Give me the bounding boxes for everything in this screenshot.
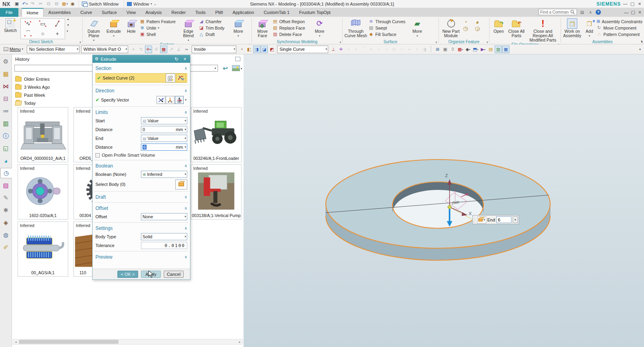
zero-icon[interactable]: 0 xyxy=(449,46,456,53)
menu-button[interactable]: Menu ▾ xyxy=(2,45,25,53)
command-finder-icon[interactable]: ▤ xyxy=(579,9,585,15)
manufacturing-wizards-icon[interactable]: ✱ xyxy=(1,205,11,215)
sketch-tools-scroll[interactable]: ▲▼▾ xyxy=(66,18,70,33)
module-browser-icon[interactable]: ◶ xyxy=(475,26,480,31)
arrow-up-icon[interactable]: ↑ xyxy=(383,46,390,53)
dialog-reset-icon[interactable]: ↻ xyxy=(173,56,180,62)
open-button[interactable]: Open xyxy=(491,18,507,34)
section-header-boolean[interactable]: Boolean∧ xyxy=(95,162,187,170)
circle-tool-icon[interactable]: ○ xyxy=(398,46,405,53)
end-limit-dropdown[interactable]: ▤Value▾ xyxy=(141,135,187,142)
folder-today[interactable]: Today xyxy=(15,99,50,107)
vector-snap-icon[interactable]: ↗ xyxy=(168,46,175,53)
play-icon[interactable]: ▶▾ xyxy=(480,46,487,53)
offset-region-button[interactable]: ▤Offset Region xyxy=(272,19,311,24)
line-tool-icon[interactable]: / xyxy=(345,46,352,53)
reuse-library-icon[interactable]: ▥ xyxy=(1,118,11,129)
scroll-left-icon[interactable]: ◂ xyxy=(13,339,18,344)
preview-image-icon[interactable] xyxy=(232,65,240,71)
add-component-button[interactable]: Add▾ xyxy=(583,18,596,38)
internet-icon[interactable]: ◕ xyxy=(1,156,11,166)
tab-surface[interactable]: Surface xyxy=(97,8,122,17)
rectangle-tool-icon[interactable]: ▭ xyxy=(40,20,45,27)
window-cascade-icon[interactable]: ▦ xyxy=(502,46,509,53)
tab-pmi[interactable]: PMI xyxy=(210,8,228,17)
rotate-selection-icon[interactable]: ↺ xyxy=(153,46,160,53)
fill-surface-button[interactable]: ◆Fill Surface xyxy=(369,32,408,37)
doc-minimize-button[interactable]: — xyxy=(623,9,630,16)
slash-tool-icon[interactable]: / xyxy=(413,46,420,53)
inferred-vector-button[interactable] xyxy=(166,96,174,104)
web-browser-icon[interactable]: ◱ xyxy=(1,143,11,154)
edge-blend-button[interactable]: Edge Blend▾ xyxy=(179,18,198,42)
selection-filter-dropdown[interactable]: No Selection Filter▾ xyxy=(27,46,79,53)
specify-vector-field[interactable]: ✔ Specify Vector ▾ xyxy=(95,95,187,105)
follow-fillet-icon[interactable]: ✛ xyxy=(337,46,345,53)
minimize-button[interactable]: — xyxy=(622,0,629,7)
select-handles-icon[interactable]: ⌖ xyxy=(130,46,137,53)
render-style-icon[interactable]: ⬒▾ xyxy=(472,46,479,53)
swept-button[interactable]: ▨Swept xyxy=(369,25,408,30)
start-distance-input[interactable]: 0mm▾ xyxy=(141,126,187,133)
shaded-icon[interactable]: ◧ xyxy=(246,46,253,53)
snap-point-icon[interactable]: ✛▾ xyxy=(145,46,152,53)
lock-module-icon[interactable]: ◷ xyxy=(463,26,468,31)
tab-assemblies[interactable]: Assemblies xyxy=(44,8,75,17)
history-card[interactable]: Inferred ORD4_00000010_A/A;1 xyxy=(18,107,68,162)
curve-rule-dropdown[interactable]: Single Curve▾ xyxy=(277,46,328,53)
roles-gear-icon[interactable]: ⚙ xyxy=(1,56,11,67)
select-body-button[interactable] xyxy=(175,179,187,189)
history-card[interactable]: Inferred 1602-020a/A;1 xyxy=(18,164,68,219)
panel-maximize-icon[interactable] xyxy=(235,57,240,61)
help-icon[interactable]: ? xyxy=(596,10,601,15)
scrollbar-thumb[interactable] xyxy=(19,340,119,344)
unit-caret-icon[interactable]: ▾ xyxy=(183,128,186,131)
body-type-dropdown[interactable]: Solid▾ xyxy=(141,233,187,240)
line-tool-icon[interactable]: ╱ xyxy=(55,20,59,27)
history-card[interactable]: Inferred 003138/A;1-Vertical Pump xyxy=(191,164,242,219)
snap-mode-dropdown[interactable]: Inside▾ xyxy=(192,46,236,53)
datum-plane-button[interactable]: Datum Plane▾ xyxy=(84,18,104,42)
arc-tool-icon[interactable]: ⌒ xyxy=(25,30,31,37)
drag-handle-icon[interactable] xyxy=(473,216,476,223)
window-split-icon[interactable]: ▥ xyxy=(495,46,502,53)
doc-restore-button[interactable]: ▢ xyxy=(630,9,636,16)
tab-frustum-topopt[interactable]: Frustum TopOpt xyxy=(294,8,335,17)
folder-past-week[interactable]: Past Week xyxy=(15,91,50,99)
checkbox-icon[interactable] xyxy=(95,153,100,158)
curve-tool-icon[interactable]: ~ xyxy=(375,46,382,53)
grid-snap-icon[interactable]: ▦ xyxy=(160,46,167,53)
constraint-navigator-icon[interactable]: ⋈ xyxy=(1,81,11,92)
paste-icon[interactable]: ⊟ xyxy=(53,1,60,7)
vector-constructor-button[interactable] xyxy=(157,96,165,104)
wireframe-icon[interactable]: ◨ xyxy=(253,46,260,53)
ok-button[interactable]: < OK > xyxy=(117,271,138,278)
section-header-settings[interactable]: Settings∧ xyxy=(95,224,187,232)
feature-more-button[interactable]: More▾ xyxy=(231,18,246,38)
tab-home[interactable]: Home xyxy=(22,8,44,17)
tolerance-input[interactable]: 0.0100 xyxy=(141,242,187,249)
pattern-component-button[interactable]: ∴Pattern Component xyxy=(596,32,641,37)
trim-body-button[interactable]: ◪Trim Body xyxy=(199,25,230,30)
dialog-close-icon[interactable]: × xyxy=(182,56,188,62)
profile-tool-icon[interactable]: ∿ xyxy=(26,20,30,27)
assembly-navigator-icon[interactable]: ▦ xyxy=(1,69,11,79)
select-previous-icon[interactable]: ↰ xyxy=(137,46,145,53)
surface-more-button[interactable]: ▰ More▾ xyxy=(409,18,425,38)
select-curve-field[interactable]: ✔ Select Curve (2) xyxy=(95,73,187,83)
pattern-feature-button[interactable]: ▦Pattern Feature xyxy=(140,19,178,24)
point-tool-icon[interactable]: + xyxy=(56,30,59,37)
section-header-preview[interactable]: Preview∨ xyxy=(95,253,187,261)
operation-navigator-icon[interactable]: ≔ xyxy=(1,106,11,116)
group-dialog-launcher-icon[interactable]: ▾ xyxy=(436,41,437,44)
face-analysis-icon[interactable]: ◩ xyxy=(268,46,275,53)
history-horizontal-scrollbar[interactable]: ◂ ▸ xyxy=(13,339,243,345)
start-limit-dropdown[interactable]: ▤Value▾ xyxy=(141,117,187,124)
drafting-icon[interactable]: ✐ xyxy=(1,242,11,253)
history-card[interactable]: Inferred 00_AGS/A;1 xyxy=(18,221,68,277)
cancel-button[interactable]: Cancel xyxy=(164,271,184,278)
section-header-section[interactable]: Section∧ xyxy=(95,64,187,72)
synchronous-more-button[interactable]: ⟳ More▾ xyxy=(311,18,327,38)
tab-curve[interactable]: Curve xyxy=(75,8,97,17)
doc-close-button[interactable]: × xyxy=(636,9,643,16)
